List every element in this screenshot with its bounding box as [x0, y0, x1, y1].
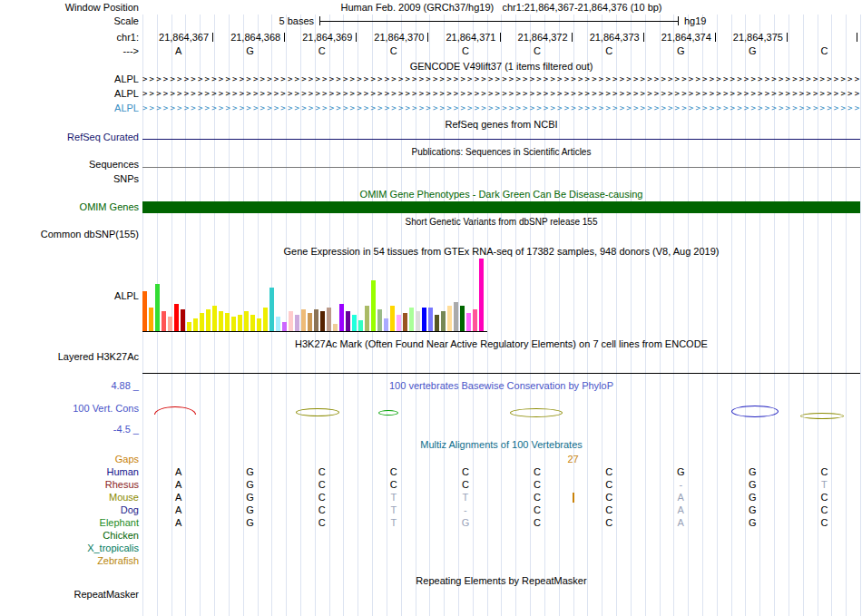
alignment-base[interactable]: C: [447, 479, 484, 491]
species-label[interactable]: Chicken: [0, 530, 139, 542]
alignment-base[interactable]: G: [447, 517, 484, 529]
alignment-base[interactable]: G: [734, 479, 770, 491]
gtex-bar[interactable]: [257, 318, 261, 331]
alignment-base[interactable]: G: [662, 466, 699, 478]
omim-gene-bar[interactable]: [142, 201, 860, 213]
gtex-bar[interactable]: [466, 313, 471, 331]
alignment-base[interactable]: C: [806, 466, 842, 478]
alignment-base[interactable]: C: [806, 517, 842, 529]
gtex-bar[interactable]: [454, 302, 458, 331]
gtex-bar[interactable]: [295, 315, 299, 331]
gtex-bar[interactable]: [422, 308, 426, 331]
alignment-base[interactable]: C: [591, 466, 627, 478]
gtex-bar[interactable]: [206, 309, 211, 331]
alignment-base[interactable]: G: [232, 479, 269, 491]
gtex-bar[interactable]: [301, 309, 306, 331]
alignment-base[interactable]: C: [519, 492, 555, 504]
gene-model[interactable]: >>>>>>>>>>>>>>>>>>>>>>>>>>>>>>>>>>>>>>>>…: [142, 103, 860, 114]
alignment-base[interactable]: G: [232, 466, 269, 478]
gtex-bar[interactable]: [244, 311, 249, 331]
conservation-glyph[interactable]: [800, 413, 844, 419]
gene-label[interactable]: ALPL: [0, 88, 139, 100]
gene-model[interactable]: >>>>>>>>>>>>>>>>>>>>>>>>>>>>>>>>>>>>>>>>…: [142, 88, 860, 100]
alignment-base[interactable]: C: [376, 479, 412, 491]
species-label[interactable]: Human: [0, 466, 139, 478]
gtex-bar[interactable]: [155, 284, 160, 331]
publications-item-line[interactable]: [142, 167, 860, 168]
alignment-base[interactable]: T: [806, 479, 842, 491]
conservation-glyph[interactable]: [510, 408, 563, 417]
alignment-base[interactable]: A: [161, 466, 197, 478]
gtex-bar[interactable]: [333, 324, 338, 331]
gtex-bar[interactable]: [263, 308, 268, 331]
gtex-bar[interactable]: [327, 308, 331, 331]
gtex-bar[interactable]: [142, 291, 147, 331]
alignment-base[interactable]: A: [161, 492, 197, 504]
omim-genes-label[interactable]: OMIM Genes: [0, 201, 139, 213]
gtex-bar[interactable]: [409, 308, 414, 331]
gtex-bar[interactable]: [225, 313, 230, 331]
alignment-base[interactable]: A: [662, 492, 699, 504]
repeatmasker-label[interactable]: RepeatMasker: [0, 589, 139, 601]
alignment-base[interactable]: A: [161, 517, 197, 529]
gtex-bar[interactable]: [149, 308, 153, 331]
gtex-bar[interactable]: [358, 320, 363, 331]
species-label[interactable]: Dog: [0, 504, 139, 516]
gtex-bar[interactable]: [435, 315, 439, 331]
gtex-bar[interactable]: [479, 259, 484, 331]
gtex-bar[interactable]: [390, 306, 395, 331]
gtex-bar[interactable]: [428, 308, 433, 331]
gtex-bar[interactable]: [181, 309, 185, 331]
refseq-gene-line[interactable]: [142, 139, 860, 140]
gtex-bar[interactable]: [231, 317, 236, 331]
gtex-bar[interactable]: [447, 306, 452, 331]
gtex-bar[interactable]: [403, 313, 407, 331]
alignment-base[interactable]: C: [304, 517, 340, 529]
snps-label[interactable]: SNPs: [0, 173, 139, 185]
gtex-bar[interactable]: [352, 315, 357, 331]
gtex-bar[interactable]: [289, 311, 293, 331]
gtex-bar[interactable]: [339, 304, 344, 331]
gtex-bar[interactable]: [162, 311, 166, 331]
conservation-glyph[interactable]: [731, 406, 779, 417]
gtex-bar[interactable]: [308, 313, 312, 331]
species-label[interactable]: Elephant: [0, 517, 139, 529]
species-label[interactable]: Rhesus: [0, 479, 139, 491]
insertion-marker[interactable]: [573, 493, 574, 503]
alignment-base[interactable]: -: [662, 479, 699, 491]
gtex-bar[interactable]: [346, 311, 350, 331]
gtex-bar[interactable]: [365, 306, 369, 331]
alignment-base[interactable]: C: [304, 504, 340, 516]
gtex-bar[interactable]: [276, 317, 280, 331]
gtex-bar[interactable]: [187, 322, 191, 331]
gtex-bar[interactable]: [441, 311, 446, 331]
gtex-bar[interactable]: [168, 317, 172, 331]
gtex-bar[interactable]: [200, 313, 204, 331]
alignment-base[interactable]: A: [161, 479, 197, 491]
gtex-gene-label[interactable]: ALPL: [0, 290, 139, 302]
gtex-bar[interactable]: [314, 309, 318, 331]
gtex-bar[interactable]: [174, 304, 179, 331]
alignment-base[interactable]: C: [447, 466, 484, 478]
refseq-curated-label[interactable]: RefSeq Curated: [0, 132, 139, 143]
alignment-base[interactable]: T: [376, 492, 412, 504]
gtex-bar[interactable]: [212, 306, 217, 331]
alignment-base[interactable]: C: [304, 492, 340, 504]
gtex-bar[interactable]: [371, 280, 376, 331]
alignment-base[interactable]: C: [591, 504, 627, 516]
dbsnp-label[interactable]: Common dbSNP(155): [0, 229, 139, 240]
gene-model[interactable]: >>>>>>>>>>>>>>>>>>>>>>>>>>>>>>>>>>>>>>>>…: [142, 73, 860, 85]
alignment-base[interactable]: G: [232, 504, 269, 516]
alignment-base[interactable]: T: [447, 492, 484, 504]
alignment-base[interactable]: C: [519, 517, 555, 529]
alignment-base[interactable]: A: [662, 517, 699, 529]
alignment-base[interactable]: G: [734, 517, 770, 529]
alignment-base[interactable]: C: [806, 492, 842, 504]
alignment-base[interactable]: C: [591, 517, 627, 529]
gtex-bar[interactable]: [193, 318, 198, 331]
gtex-bar[interactable]: [219, 311, 223, 331]
h3k27ac-label[interactable]: Layered H3K27Ac: [0, 351, 139, 363]
alignment-base[interactable]: C: [519, 504, 555, 516]
gtex-bar[interactable]: [460, 306, 465, 331]
alignment-base[interactable]: A: [161, 504, 197, 516]
